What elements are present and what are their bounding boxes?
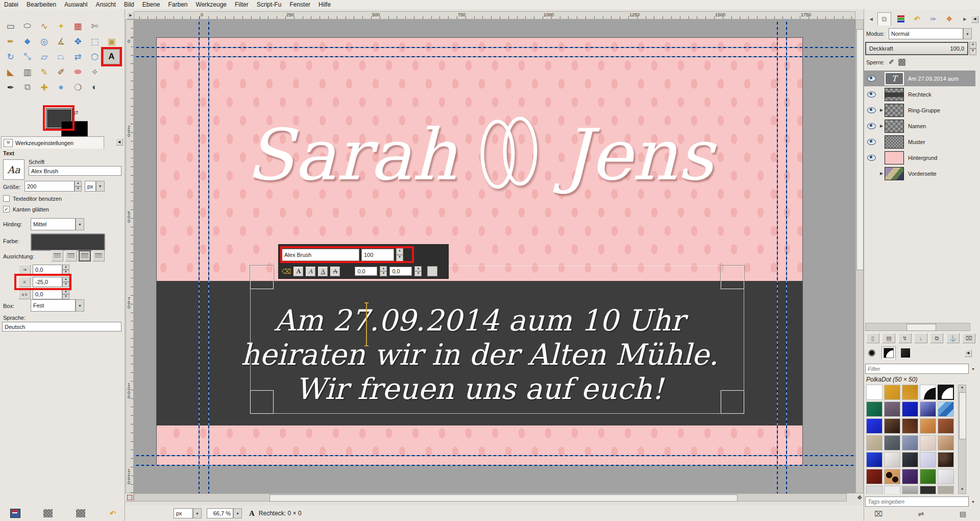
menu-item-datei[interactable]: Datei <box>0 1 22 9</box>
size-spinner[interactable]: ▲▼ <box>75 181 82 192</box>
guide-horizontal[interactable] <box>134 56 855 57</box>
lower-layer-button[interactable]: ↓ <box>914 333 927 343</box>
save-icon[interactable] <box>10 509 20 518</box>
pattern-swatch[interactable] <box>902 486 918 494</box>
quickmask-button[interactable] <box>126 493 134 502</box>
pattern-scroll-up-icon[interactable]: ▲ <box>959 385 966 391</box>
pattern-swatch[interactable] <box>884 401 900 417</box>
align-left-button[interactable] <box>51 250 63 262</box>
layer-row-ring-gruppe[interactable]: ▶Ring-Gruppe <box>864 102 975 118</box>
anchor-layer-button[interactable]: ⚓ <box>946 333 960 343</box>
layer-visibility-icon[interactable] <box>864 139 878 145</box>
layer-list-scrollbar[interactable] <box>865 323 970 331</box>
open-pattern-folder-button[interactable]: ▤ <box>960 510 966 518</box>
text-color-swatch[interactable] <box>31 233 105 251</box>
menu-item-bild[interactable]: Bild <box>120 1 138 9</box>
hscroll-thumb[interactable] <box>270 494 738 502</box>
zoom-dropdown[interactable]: ▼ <box>233 508 242 518</box>
pattern-swatch[interactable] <box>866 435 883 451</box>
pattern-filter-input[interactable] <box>865 364 969 374</box>
menu-item-filter[interactable]: Filter <box>231 1 253 9</box>
navigation-button[interactable]: ✥ <box>855 493 864 502</box>
pattern-swatch[interactable] <box>902 469 918 484</box>
guide-horizontal[interactable] <box>134 455 855 456</box>
lock-alpha-icon[interactable] <box>898 59 905 66</box>
canvas-viewport[interactable]: Sarah Jens Am 27.09.2014 aum 10 Uhrheira… <box>134 19 855 493</box>
textbox-handle[interactable] <box>721 266 744 289</box>
bold-button[interactable]: A <box>293 267 303 276</box>
ellipse-select-tool[interactable]: ⬭ <box>19 18 36 34</box>
menu-item-fenster[interactable]: Fenster <box>285 1 314 9</box>
tab-patterns[interactable] <box>881 346 896 360</box>
rect-select-tool[interactable]: ▭ <box>2 18 19 34</box>
clone-tool[interactable]: ⧉ <box>19 80 36 95</box>
dock-scroll-left-icon[interactable]: ◀ <box>865 14 877 24</box>
pattern-swatch[interactable] <box>938 418 954 434</box>
layer-row-namen[interactable]: ▶Namen <box>864 118 975 134</box>
toolbar-size-input[interactable] <box>361 249 394 261</box>
pattern-swatch[interactable] <box>866 452 883 467</box>
tags-input[interactable] <box>865 496 969 507</box>
layer-row-rechteck[interactable]: Rechteck <box>864 86 975 102</box>
pattern-swatch[interactable] <box>920 469 936 484</box>
menu-item-script-fu[interactable]: Script-Fu <box>253 1 286 9</box>
filter-dropdown[interactable]: ▼ <box>969 364 977 374</box>
layer-row-vorderseite[interactable]: ▶Vorderseite <box>864 165 975 181</box>
pattern-swatch[interactable] <box>920 486 936 494</box>
guide-horizontal[interactable] <box>134 465 855 466</box>
gradient-tool[interactable]: ▥ <box>19 64 36 80</box>
duplicate-layer-button[interactable]: ⧉ <box>930 333 943 343</box>
crop-tool[interactable]: ▣ <box>103 34 120 49</box>
brush-thumb-icon[interactable] <box>43 509 53 517</box>
toolbar-size-spinner[interactable]: ▲▼ <box>396 248 403 262</box>
texteditor-checkbox[interactable] <box>3 195 10 202</box>
dodge-burn-tool[interactable]: ◐ <box>86 80 103 95</box>
flip-tool[interactable]: ⇄ <box>69 49 86 64</box>
layer-expander-icon[interactable]: ▶ <box>878 124 885 128</box>
kerning-value[interactable]: 0,0 <box>389 267 412 276</box>
opacity-spinner[interactable]: ▲▼ <box>969 42 976 55</box>
unit-dropdown[interactable]: ▼ <box>193 508 202 518</box>
dock2-collapse-button[interactable]: ◀ <box>964 349 972 357</box>
lock-pixels-icon[interactable]: ✐ <box>889 58 894 66</box>
smudge-tool[interactable]: ❍ <box>69 80 86 95</box>
menu-item-ebene[interactable]: Ebene <box>138 1 164 9</box>
underline-button[interactable]: A <box>318 267 328 276</box>
tab-undo-history[interactable]: ↶ <box>911 13 924 25</box>
move-tool[interactable]: ✥ <box>69 34 86 49</box>
delete-layer-button[interactable]: ⌧ <box>962 333 975 343</box>
guide-horizontal[interactable] <box>134 47 855 48</box>
pattern-swatch[interactable] <box>884 452 900 467</box>
strikethrough-button[interactable]: A <box>330 267 340 276</box>
text-tool[interactable]: A <box>103 49 120 64</box>
layer-row-hintergrund[interactable]: Hintergrund <box>864 150 975 165</box>
tool-options-tab[interactable]: ⚒ Werkzeugeinstellungen <box>1 136 104 149</box>
pattern-swatch[interactable] <box>884 486 900 494</box>
scale-tool[interactable]: ⤡ <box>19 49 36 64</box>
pattern-thumb-icon[interactable] <box>76 509 85 517</box>
heal-tool[interactable]: ✚ <box>36 80 53 95</box>
pattern-swatch[interactable] <box>902 435 918 451</box>
collapse-panel-button[interactable]: ◀ <box>115 138 123 146</box>
hinting-dropdown[interactable]: ▼ <box>76 218 84 230</box>
tab-paths[interactable]: ✑ <box>926 13 940 25</box>
vscroll-thumb[interactable] <box>856 29 864 270</box>
tab-layers[interactable]: ⧉ <box>877 12 892 26</box>
opacity-slider[interactable]: Deckkraft 100,0 <box>865 42 968 55</box>
indent-value[interactable]: 0,0 <box>33 265 62 275</box>
guide-vertical[interactable] <box>199 19 200 493</box>
layer-visibility-icon[interactable] <box>864 76 878 82</box>
menu-item-farben[interactable]: Farben <box>164 1 192 9</box>
dock-collapse-button[interactable]: ◀ <box>971 15 978 23</box>
pattern-swatch[interactable] <box>938 401 954 417</box>
pattern-swatch[interactable] <box>938 452 954 467</box>
horizontal-ruler[interactable]: 02505007501000125015001750 <box>134 11 855 19</box>
antialias-checkbox[interactable]: ✓ <box>3 206 10 212</box>
pattern-swatch[interactable] <box>938 385 954 400</box>
pattern-swatch[interactable] <box>866 401 883 417</box>
pattern-swatch[interactable] <box>884 435 900 451</box>
line-spacing-spinner[interactable]: ▲▼ <box>62 277 69 287</box>
blur-tool[interactable]: ● <box>53 80 69 95</box>
tab-tool[interactable]: ❖ <box>943 13 956 25</box>
font-preview-icon[interactable]: Aa <box>3 159 24 180</box>
